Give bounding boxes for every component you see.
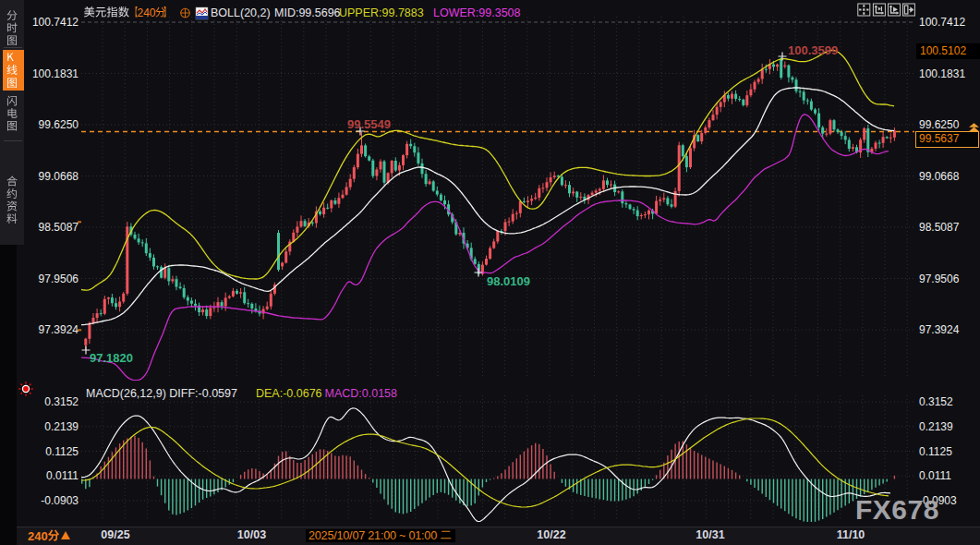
- svg-text:240: 240: [138, 6, 156, 19]
